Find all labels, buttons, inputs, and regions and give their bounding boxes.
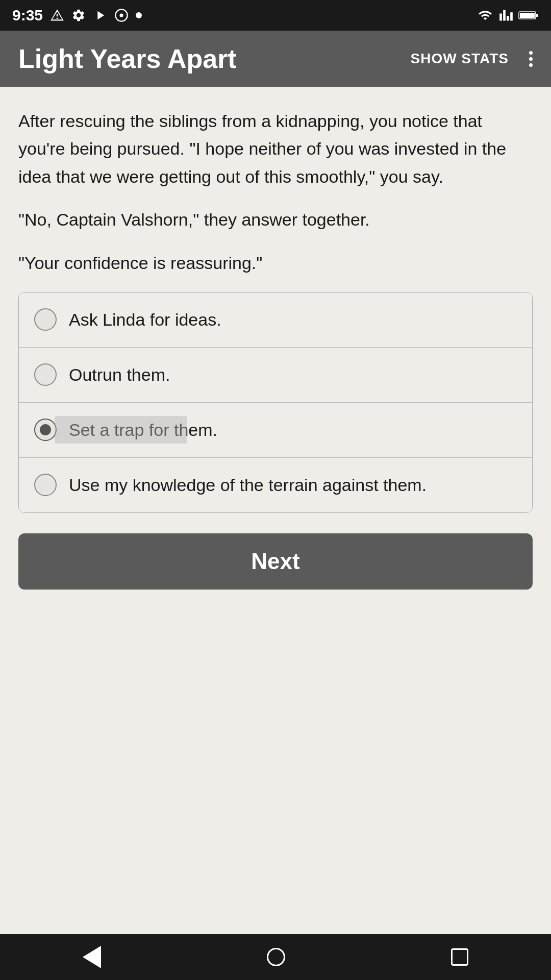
radio-button-4[interactable] — [34, 474, 57, 496]
choice-label-4: Use my knowledge of the terrain against … — [69, 472, 427, 498]
svg-rect-5 — [536, 14, 538, 17]
choice-item-4[interactable]: Use my knowledge of the terrain against … — [19, 458, 532, 512]
status-bar-right — [477, 8, 539, 22]
radio-button-2[interactable] — [34, 363, 57, 386]
home-button[interactable] — [267, 948, 285, 966]
more-options-button[interactable] — [529, 51, 533, 67]
story-paragraph-1: After rescuing the siblings from a kidna… — [18, 107, 533, 190]
choice-label-2: Outrun them. — [69, 362, 170, 388]
status-bar-left: 9:35 — [12, 7, 142, 24]
app-bar: Light Years Apart SHOW STATS — [0, 31, 551, 87]
story-paragraph-2: "No, Captain Valshorn," they answer toge… — [18, 206, 533, 233]
choice-item-1[interactable]: Ask Linda for ideas. — [19, 292, 532, 348]
svg-rect-4 — [520, 13, 535, 18]
main-content: After rescuing the siblings from a kidna… — [0, 87, 551, 934]
svg-point-2 — [136, 12, 142, 18]
app-bar-actions: SHOW STATS — [410, 51, 533, 67]
choice-item-3[interactable]: Set a trap for them. — [19, 403, 532, 458]
shield-icon — [93, 8, 107, 22]
status-bar: 9:35 — [0, 0, 551, 31]
bottom-nav — [0, 934, 551, 980]
signal-icon — [499, 8, 513, 22]
next-button[interactable]: Next — [18, 533, 533, 590]
show-stats-button[interactable]: SHOW STATS — [410, 51, 509, 67]
choice-label-1: Ask Linda for ideas. — [69, 307, 221, 333]
battery-icon — [518, 8, 539, 22]
radio-button-3[interactable] — [34, 419, 57, 441]
status-time: 9:35 — [12, 7, 43, 24]
choice-label-3: Set a trap for them. — [69, 417, 217, 443]
radio-inner-3 — [40, 424, 51, 435]
choices-container: Ask Linda for ideas. Outrun them. Set a … — [18, 292, 533, 513]
back-button[interactable] — [83, 946, 101, 968]
choice-item-2[interactable]: Outrun them. — [19, 348, 532, 403]
wifi-icon — [477, 8, 494, 22]
settings-icon — [71, 8, 86, 22]
recent-apps-button[interactable] — [451, 948, 468, 966]
logo-icon — [114, 8, 129, 22]
radio-button-1[interactable] — [34, 308, 57, 331]
app-title: Light Years Apart — [18, 43, 237, 74]
svg-point-1 — [120, 14, 123, 17]
dot-icon — [136, 12, 142, 18]
alert-icon — [50, 8, 64, 22]
story-paragraph-3: "Your confidence is reassuring." — [18, 249, 533, 277]
